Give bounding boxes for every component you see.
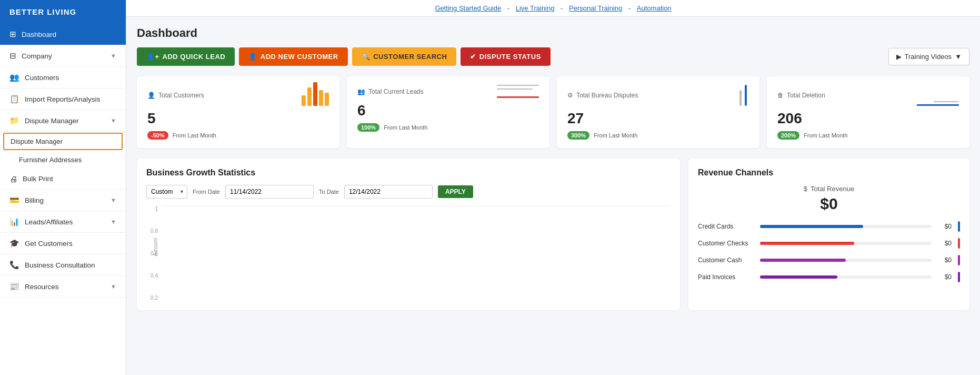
chevron-down-icon: ▼: [111, 53, 116, 59]
sidebar-item-label: Billing: [25, 196, 44, 204]
customer-checks-channel: Customer Checks $0: [698, 238, 960, 249]
customer-checks-label: Customer Checks: [698, 240, 756, 247]
growth-section-title: Business Growth Statistics: [146, 168, 671, 177]
customer-checks-side-bar: [958, 238, 960, 249]
y-label-4: 0.4: [151, 273, 158, 279]
sidebar-item-label: Company: [22, 52, 52, 60]
action-buttons-row: 👤+ ADD QUICK LEAD 👤 ADD NEW CUSTOMER 🔍 C…: [137, 47, 969, 66]
dollar-icon: $: [804, 185, 807, 193]
sidebar-item-import-reports[interactable]: 📋 Import Reports/Analysis: [0, 88, 126, 110]
period-select-wrap: Custom: [146, 185, 187, 199]
chevron-down-icon: ▼: [111, 197, 116, 203]
sidebar-item-customers[interactable]: 👥 Customers: [0, 67, 126, 88]
deletion-footer-text: From Last Month: [804, 132, 847, 139]
to-date-input[interactable]: [344, 185, 433, 199]
total-disputes-card: ⚙ Total Bureau Disputes 27 300% From Las…: [557, 76, 759, 148]
sidebar-item-dispute-manager[interactable]: 📁 Dispute Manager ▼: [0, 110, 126, 132]
sidebar-item-label: Leads/Affiliates: [25, 218, 73, 226]
sidebar-item-label: Business Consultation: [25, 261, 95, 269]
sidebar-item-resources[interactable]: 📰 Resources ▼: [0, 276, 126, 298]
customer-checks-bar-wrap: [760, 242, 932, 245]
sidebar-item-bulk-print[interactable]: 🖨 Bulk Print: [0, 169, 126, 190]
y-label-1: 1: [155, 206, 158, 212]
personal-training-link[interactable]: Personal Training: [569, 4, 622, 12]
bar-1: [302, 95, 306, 106]
consultation-icon: 📞: [9, 260, 19, 270]
dashboard-icon: ⊞: [9, 29, 16, 39]
dline-2: [917, 104, 959, 106]
top-navigation-bar: Getting Started Guide - Live Training - …: [126, 0, 980, 17]
credit-cards-bar: [760, 225, 863, 228]
customer-search-button[interactable]: 🔍 CUSTOMER SEARCH: [352, 47, 457, 66]
sidebar-item-company[interactable]: ⊟ Company ▼: [0, 45, 126, 67]
sidebar-item-billing[interactable]: 💳 Billing ▼: [0, 190, 126, 211]
customer-cash-bar-wrap: [760, 259, 932, 262]
disputes-bar-chart: [739, 85, 749, 106]
customer-checks-value: $0: [936, 240, 952, 247]
bar-5: [325, 93, 329, 106]
customer-cash-label: Customer Cash: [698, 256, 756, 264]
sidebar-item-label: Import Reports/Analysis: [25, 95, 100, 103]
paid-invoices-value: $0: [936, 273, 952, 281]
dispute-status-button[interactable]: ✔ DISPUTE STATUS: [461, 47, 551, 66]
sidebar-item-business-consultation[interactable]: 📞 Business Consultation: [0, 254, 126, 276]
bar-2: [307, 87, 312, 106]
dropdown-item-label: Furnisher Addresses: [19, 156, 82, 164]
revenue-total-value: $0: [698, 195, 960, 213]
company-icon: ⊟: [9, 51, 16, 61]
filter-row: Custom From Date To Date APPLY: [146, 185, 671, 199]
deletion-stat-icon: 🗑: [777, 92, 784, 99]
deletion-line-chart: [917, 85, 959, 106]
sidebar-dropdown-furnisher[interactable]: Furnisher Addresses: [0, 151, 126, 169]
growth-chart: 1 0.8 0.6 0.4 0.2 Amount: [146, 206, 671, 301]
main-content: Getting Started Guide - Live Training - …: [126, 0, 980, 375]
from-date-input[interactable]: [225, 185, 314, 199]
sidebar-item-label: Customers: [25, 74, 59, 82]
line-1: [497, 85, 539, 86]
grid-line-5: [163, 206, 671, 206]
paid-invoices-label: Paid Invoices: [698, 273, 756, 281]
training-videos-dropdown[interactable]: ▶ Training Videos ▼: [888, 48, 970, 65]
leads-change-badge: 100%: [357, 123, 379, 132]
period-select[interactable]: Custom: [146, 185, 187, 199]
customers-bar-chart: [302, 85, 329, 106]
leads-stat-icon: 👥: [357, 88, 365, 95]
page-title: Dashboard: [137, 26, 969, 40]
apply-button[interactable]: APPLY: [438, 185, 473, 198]
bar-3: [313, 82, 317, 106]
leads-line-chart: [497, 85, 539, 98]
video-icon: ▶: [896, 53, 902, 61]
automation-link[interactable]: Automation: [637, 4, 672, 12]
credit-cards-value: $0: [936, 223, 952, 230]
line-3: [497, 96, 539, 98]
dropdown-item-label: Dispute Manager: [11, 137, 63, 145]
credit-cards-side-bar: [958, 221, 960, 232]
add-quick-lead-button[interactable]: 👤+ ADD QUICK LEAD: [137, 47, 235, 66]
total-deletion-value: 206: [777, 110, 959, 127]
total-deletion-card: 🗑 Total Deletion 206 200% From Last Mont…: [767, 76, 969, 148]
dispute-icon: 📁: [9, 116, 19, 125]
revenue-total: $ Total Revenue $0: [698, 185, 960, 213]
vbar-2: [745, 85, 747, 106]
disputes-change-badge: 300%: [567, 131, 589, 140]
sidebar-item-get-customers[interactable]: 🎓 Get Customers: [0, 233, 126, 254]
leads-footer-text: From Last Month: [384, 124, 427, 131]
deletion-change-badge: 200%: [777, 131, 799, 140]
sidebar-item-leads[interactable]: 📊 Leads/Affiliates ▼: [0, 211, 126, 233]
page-content: Dashboard 👤+ ADD QUICK LEAD 👤 ADD NEW CU…: [126, 17, 980, 375]
to-date-label: To Date: [319, 189, 339, 195]
print-icon: 🖨: [9, 174, 17, 183]
getting-started-link[interactable]: Getting Started Guide: [435, 4, 501, 12]
paid-invoices-bar-wrap: [760, 275, 932, 279]
add-new-customer-button[interactable]: 👤 ADD NEW CUSTOMER: [239, 47, 347, 66]
growth-statistics-section: Business Growth Statistics Custom From D…: [137, 159, 680, 310]
live-training-link[interactable]: Live Training: [516, 4, 555, 12]
sidebar-dropdown-dispute-manager[interactable]: ► Dispute Manager: [3, 133, 123, 150]
get-customers-icon: 🎓: [9, 239, 19, 248]
sidebar-item-dashboard[interactable]: ⊞ Dashboard: [0, 24, 126, 45]
disputes-stat-icon: ⚙: [567, 92, 573, 99]
customer-cash-value: $0: [936, 256, 952, 264]
bottom-row: Business Growth Statistics Custom From D…: [137, 159, 969, 310]
billing-icon: 💳: [9, 195, 19, 205]
paid-invoices-channel: Paid Invoices $0: [698, 272, 960, 282]
